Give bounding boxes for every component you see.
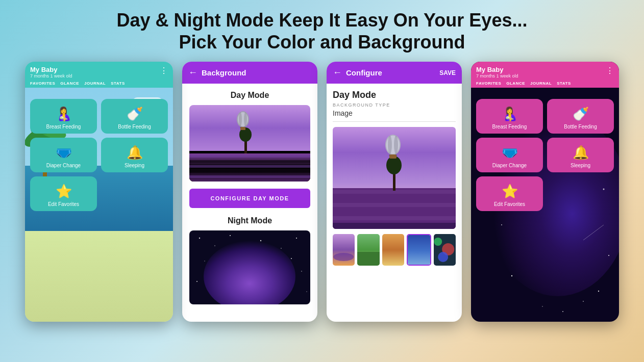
screen2-day-mode-label: Day Mode xyxy=(189,91,310,100)
screen3-phone: ← Configure SAVE Day Mode BACKGROUND TYP… xyxy=(327,62,462,322)
screen2-night-mode-label: Night Mode xyxy=(189,216,310,225)
svg-point-46 xyxy=(388,136,392,154)
svg-point-23 xyxy=(199,238,200,239)
svg-point-16 xyxy=(239,112,242,126)
sleeping-icon: 🔔 xyxy=(105,145,164,161)
screen2-header: ← Background xyxy=(182,62,317,84)
screen1-menu-dots[interactable]: ⋮ xyxy=(160,66,168,75)
screen1-nav-glance[interactable]: GLANCE xyxy=(60,81,79,86)
svg-rect-38 xyxy=(333,203,456,207)
svg-rect-11 xyxy=(189,175,310,178)
svg-rect-57 xyxy=(408,235,430,266)
svg-point-72 xyxy=(598,291,599,292)
screen4-breast-feeding-btn[interactable]: 🤱 Breast Feeding xyxy=(476,99,543,134)
screen1-app-title: My Baby xyxy=(30,66,72,73)
screen1-nav-favorites[interactable]: FAVORITES xyxy=(30,81,55,86)
screen3-thumb-1[interactable] xyxy=(333,234,355,266)
svg-point-29 xyxy=(204,261,205,262)
screen3-save-btn[interactable]: SAVE xyxy=(439,69,456,76)
svg-point-74 xyxy=(562,311,563,312)
svg-rect-9 xyxy=(189,165,310,168)
screen3-header: ← Configure SAVE xyxy=(327,62,462,84)
screen3-thumb-2[interactable] xyxy=(357,234,379,266)
screen1-nav-stats[interactable]: STATS xyxy=(111,81,125,86)
svg-point-73 xyxy=(542,306,543,307)
diaper-change-label: Diaper Change xyxy=(34,163,93,168)
svg-rect-8 xyxy=(189,160,310,163)
screen3-lavender-image xyxy=(333,127,456,229)
edit-favorites-icon: ⭐ xyxy=(34,184,93,199)
svg-point-24 xyxy=(214,246,215,247)
breast-feeding-btn[interactable]: 🤱 Breast Feeding xyxy=(30,99,97,134)
screen2-title: Background xyxy=(202,68,246,77)
screen4-grid: 🤱 Breast Feeding 🍼 Bottle Feeding 🩲 Diap… xyxy=(471,94,619,216)
screen4-edit-favorites-btn[interactable]: ⭐ Edit Favorites xyxy=(476,176,543,211)
screen4-nav-journal[interactable]: JOURNAL xyxy=(530,81,552,86)
screen4-header: My Baby 7 months 1 week old ⋮ FAVORITES … xyxy=(471,62,619,88)
screens-container: My Baby 7 months 1 week old ⋮ FAVORITES … xyxy=(0,62,644,322)
svg-rect-40 xyxy=(333,216,456,220)
screen1-grid: 🤱 Breast Feeding 🍼 Bottle Feeding 🩲 Diap… xyxy=(25,94,173,216)
screen4-sleeping-icon: 🔔 xyxy=(551,145,610,161)
screen4-nav-stats[interactable]: STATS xyxy=(557,81,571,86)
screen4-sleeping-btn[interactable]: 🔔 Sleeping xyxy=(547,138,614,172)
screen2-back-arrow-icon[interactable]: ← xyxy=(188,67,197,78)
svg-point-17 xyxy=(244,112,247,126)
screen4-sleeping-label: Sleeping xyxy=(551,163,610,168)
screen2-day-image xyxy=(189,105,310,182)
screen3-bg-type-label: BACKGROUND TYPE xyxy=(333,102,456,108)
edit-favorites-btn[interactable]: ⭐ Edit Favorites xyxy=(30,176,97,211)
screen4-bottle-feeding-label: Bottle Feeding xyxy=(551,124,610,130)
screen1-nav-journal[interactable]: JOURNAL xyxy=(84,81,106,86)
svg-point-33 xyxy=(306,292,307,292)
screen3-main-image xyxy=(333,127,456,229)
screen4-breast-feeding-icon: 🤱 xyxy=(480,106,539,122)
main-title: Day & Night Mode Keep It Easy On Your Ey… xyxy=(0,0,644,59)
screen1-subtitle: 7 months 1 week old xyxy=(30,73,72,79)
configure-day-mode-btn[interactable]: CONFIGURE DAY MODE xyxy=(189,189,310,208)
screen4-diaper-change-btn[interactable]: 🩲 Diaper Change xyxy=(476,138,543,172)
svg-point-26 xyxy=(260,240,261,241)
screen4-nav-favorites[interactable]: FAVORITES xyxy=(476,81,501,86)
svg-point-75 xyxy=(583,301,584,302)
svg-rect-7 xyxy=(189,155,310,158)
svg-point-59 xyxy=(434,238,442,246)
svg-point-43 xyxy=(386,156,402,174)
night-mode-galaxy-image xyxy=(189,230,310,304)
screen3-thumb-5[interactable] xyxy=(434,234,456,266)
bottle-feeding-btn[interactable]: 🍼 Bottle Feeding xyxy=(101,99,168,134)
svg-rect-18 xyxy=(240,127,245,130)
svg-rect-41 xyxy=(333,223,456,229)
screen4-breast-feeding-label: Breast Feeding xyxy=(480,124,539,130)
screen4-subtitle: 7 months 1 week old xyxy=(476,73,518,79)
svg-point-28 xyxy=(296,238,297,239)
svg-rect-10 xyxy=(189,170,310,173)
svg-point-32 xyxy=(196,281,197,282)
screen4-bottle-feeding-btn[interactable]: 🍼 Bottle Feeding xyxy=(547,99,614,134)
diaper-change-btn[interactable]: 🩲 Diaper Change xyxy=(30,138,97,172)
screen3-thumb-4-selected[interactable] xyxy=(407,234,431,266)
screen4-bottle-feeding-icon: 🍼 xyxy=(551,106,610,122)
svg-point-47 xyxy=(394,136,398,154)
screen4-nav-glance[interactable]: GLANCE xyxy=(506,81,525,86)
screen3-day-mode-label: Day Mode xyxy=(333,90,456,100)
breast-feeding-label: Breast Feeding xyxy=(34,124,93,130)
screen3-back-arrow-icon[interactable]: ← xyxy=(333,67,342,78)
screen4-menu-dots[interactable]: ⋮ xyxy=(606,66,614,75)
screen2-night-image xyxy=(189,230,310,304)
edit-favorites-label: Edit Favorites xyxy=(34,201,93,207)
svg-rect-48 xyxy=(389,154,397,159)
svg-point-67 xyxy=(511,275,512,276)
sleeping-btn[interactable]: 🔔 Sleeping xyxy=(101,138,168,172)
sleeping-label: Sleeping xyxy=(105,163,164,168)
breast-feeding-icon: 🤱 xyxy=(34,106,93,122)
screen2-phone: ← Background Day Mode xyxy=(182,62,317,322)
svg-point-66 xyxy=(501,224,502,225)
screen3-bg-type-value: Image xyxy=(333,109,456,122)
svg-rect-39 xyxy=(333,210,456,214)
screen3-thumbnails xyxy=(333,234,456,266)
svg-rect-56 xyxy=(382,234,404,266)
svg-point-30 xyxy=(291,258,292,259)
screen3-thumb-3[interactable] xyxy=(382,234,404,266)
svg-point-31 xyxy=(301,271,302,272)
